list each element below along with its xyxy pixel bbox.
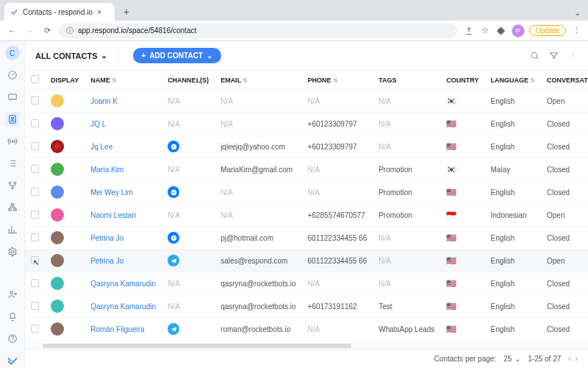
org-icon[interactable] xyxy=(5,200,20,215)
table-row[interactable]: JQ L N/A N/A +60123309797 N/A 🇺🇸 English… xyxy=(25,113,588,135)
cell-tags: N/A xyxy=(379,143,391,151)
horizontal-scrollbar[interactable] xyxy=(25,343,588,349)
search-icon[interactable] xyxy=(529,51,539,61)
add-contact-button[interactable]: + ADD CONTACT ⌄ xyxy=(133,48,221,63)
cell-tags: Promotion xyxy=(379,211,412,219)
chevron-down-icon[interactable]: ⌄ xyxy=(574,8,581,18)
workflow-icon[interactable] xyxy=(5,178,20,193)
profile-badge[interactable]: P xyxy=(512,24,525,38)
next-page-icon[interactable]: › xyxy=(576,355,578,363)
contact-name-link[interactable]: Qasryna Kamarudin xyxy=(90,280,156,288)
help-icon[interactable] xyxy=(5,331,20,346)
tab-title: Contacts - respond.io xyxy=(23,8,93,16)
bookmark-icon[interactable]: ☆ xyxy=(479,25,491,37)
extensions-icon[interactable] xyxy=(495,25,507,37)
contact-name-link[interactable]: Qasryna Kamarudin xyxy=(90,302,156,311)
contact-name-link[interactable]: Petrina Jo xyxy=(90,234,123,242)
table-row[interactable]: Román Filgueira roman@rocketbots.io N/A … xyxy=(25,318,588,341)
row-checkbox[interactable] xyxy=(31,165,39,173)
contact-name-link[interactable]: Joann K xyxy=(90,97,118,105)
filter-icon[interactable] xyxy=(548,51,559,61)
close-icon[interactable]: × xyxy=(97,7,101,16)
col-conv-status[interactable]: CONVERSATION STATUS⇅ xyxy=(541,71,588,90)
cell-status: Open xyxy=(547,97,564,105)
table-row[interactable]: Qasryna Kamarudin N/A qasryna@rocketbots… xyxy=(25,272,588,295)
select-all-checkbox[interactable] xyxy=(31,75,39,83)
table-row[interactable]: Joann K N/A N/A N/A N/A 🇰🇷 English Open xyxy=(25,90,588,113)
logo-icon xyxy=(5,353,20,368)
table-row[interactable]: Mei Wey Lim N/A N/A Promotion 🇺🇸 English… xyxy=(25,181,588,204)
update-button[interactable]: Update xyxy=(529,25,566,36)
col-country[interactable]: COUNTRY xyxy=(440,71,484,90)
col-display[interactable]: DISPLAY xyxy=(45,71,85,90)
row-checkbox[interactable] xyxy=(31,279,39,287)
broadcast-icon[interactable] xyxy=(5,134,20,149)
col-tags[interactable]: TAGS xyxy=(373,71,440,90)
messages-icon[interactable] xyxy=(5,90,20,105)
dashboard-icon[interactable] xyxy=(5,68,20,82)
new-tab-button[interactable]: + xyxy=(119,4,134,19)
reload-icon[interactable]: ⟳ xyxy=(41,25,53,37)
more-icon[interactable]: ⋮ xyxy=(567,51,578,61)
contact-name-link[interactable]: Mei Wey Lim xyxy=(90,188,133,197)
contacts-table-wrap[interactable]: DISPLAY NAME⇅ CHANNEL(S) EMAIL⇅ PHONE⇅ T… xyxy=(25,71,588,343)
contact-name-link[interactable]: JQ L xyxy=(90,120,106,128)
segment-selector[interactable]: ALL CONTACTS ⌄ xyxy=(35,51,107,60)
row-checkbox[interactable] xyxy=(31,325,39,333)
cell-tags: Test xyxy=(379,302,392,311)
contacts-icon[interactable] xyxy=(5,112,20,127)
forward-icon[interactable]: → xyxy=(24,25,35,37)
share-icon[interactable] xyxy=(463,25,475,37)
row-checkbox[interactable] xyxy=(31,119,39,127)
site-info-icon[interactable]: ⓘ xyxy=(66,26,74,36)
browser-tab[interactable]: Contacts - respond.io × xyxy=(4,3,115,21)
cell-status: Closed xyxy=(547,120,570,128)
cell-channels: N/A xyxy=(168,97,180,105)
col-name[interactable]: NAME⇅ xyxy=(85,71,162,90)
settings-icon[interactable] xyxy=(5,244,20,259)
row-checkbox[interactable] xyxy=(31,142,39,150)
avatar xyxy=(51,117,64,130)
row-checkbox[interactable] xyxy=(31,210,39,219)
cell-phone: 601122334455 66 xyxy=(308,234,368,242)
contact-name-link[interactable]: Román Filgueira xyxy=(90,325,144,333)
table-row[interactable]: Naomi Lestari N/A N/A +6285574670577 Pro… xyxy=(25,204,588,227)
contact-name-link[interactable]: Maria Kim xyxy=(90,166,123,174)
contact-name-link[interactable]: Petrina Jo xyxy=(90,257,123,265)
cell-phone: N/A xyxy=(308,280,320,288)
contact-name-link[interactable]: Jq Lee xyxy=(90,143,112,151)
sort-icon: ⇅ xyxy=(333,77,338,84)
table-row[interactable]: Petrina Jo sales@respond.com 60112233445… xyxy=(25,250,588,272)
col-channels[interactable]: CHANNEL(S) xyxy=(162,71,215,90)
row-checkbox[interactable] xyxy=(31,256,39,264)
col-language[interactable]: LANGUAGE⇅ xyxy=(485,71,542,90)
per-page-select[interactable]: 25 ⌄ xyxy=(503,355,520,363)
row-checkbox[interactable] xyxy=(31,96,39,105)
row-checkbox[interactable] xyxy=(31,233,39,241)
cell-status: Open xyxy=(547,257,564,265)
col-email[interactable]: EMAIL⇅ xyxy=(215,71,301,90)
list-icon[interactable] xyxy=(5,156,20,171)
table-row[interactable]: Jq Lee jqleejq@yahoo.com +60123309797 N/… xyxy=(25,135,588,158)
url-input[interactable]: ⓘ app.respond.io/space/54816/contact xyxy=(59,24,457,38)
col-phone[interactable]: PHONE⇅ xyxy=(302,71,373,90)
workspace-avatar[interactable]: C xyxy=(5,46,20,60)
row-checkbox[interactable] xyxy=(31,302,39,310)
prev-page-icon[interactable]: ‹ xyxy=(568,355,570,363)
add-contact-label: ADD CONTACT xyxy=(149,52,203,60)
contact-name-link[interactable]: Naomi Lestari xyxy=(90,211,136,219)
user-add-icon[interactable] xyxy=(5,287,20,302)
row-checkbox[interactable] xyxy=(31,188,39,196)
table-row[interactable]: Petrina Jo pj@hotmail.com 601122334455 6… xyxy=(25,227,588,250)
reports-icon[interactable] xyxy=(5,222,20,237)
table-row[interactable]: Maria Kim N/A MariaKim@gmail.com N/A Pro… xyxy=(25,158,588,181)
country-flag: 🇰🇷 xyxy=(446,165,456,174)
cell-email: jqleejq@yahoo.com xyxy=(220,143,285,151)
cell-language: English xyxy=(491,302,515,311)
svg-point-6 xyxy=(14,182,15,183)
menu-icon[interactable]: ⋮ xyxy=(570,25,582,37)
table-row[interactable]: Qasryna Kamarudin N/A qasryna@rocketbots… xyxy=(25,295,588,318)
back-icon[interactable]: ← xyxy=(6,25,18,37)
favicon xyxy=(10,8,18,16)
notifications-icon[interactable] xyxy=(5,309,20,324)
